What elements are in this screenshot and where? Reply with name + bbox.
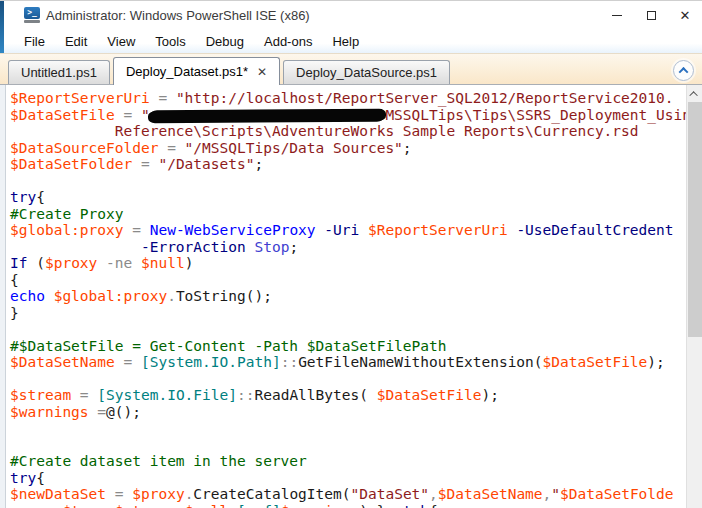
maximize-icon — [647, 11, 656, 20]
close-button[interactable]: ✕ — [668, 1, 702, 29]
menu-add-ons[interactable]: Add-ons — [254, 34, 322, 49]
code-line: $DataSourceFolder = "/MSSQLTips/Data Sou… — [10, 140, 686, 157]
tab-deploy-dataset[interactable]: Deploy_Dataset.ps1* ✕ — [113, 57, 280, 85]
code-line: #Create Proxy — [10, 206, 686, 223]
code-line: If ($proxy -ne $null) — [10, 255, 686, 272]
minimize-icon — [612, 15, 622, 16]
tab-label: Deploy_DataSource.ps1 — [296, 65, 437, 80]
code-line: $stream = [System.IO.File]::ReadAllBytes… — [10, 387, 686, 404]
script-tab-strip: Untitled1.ps1 Deploy_Dataset.ps1* ✕ Depl… — [0, 53, 702, 85]
code-line: try{ — [10, 470, 686, 487]
scrollbar-thumb[interactable] — [688, 102, 702, 337]
code-line: echo $global:proxy.ToString(); — [10, 288, 686, 305]
code-line — [10, 420, 686, 437]
redacted-path-scribble — [150, 108, 386, 122]
tab-deploy-datasource[interactable]: Deploy_DataSource.ps1 — [283, 60, 450, 84]
powershell-ise-window: >_ Administrator: Windows PowerShell ISE… — [0, 0, 702, 508]
code-line — [10, 173, 686, 190]
code-line: $DataSetFile = "MSSQLTips\Tips\SSRS_Depl… — [10, 107, 686, 124]
title-bar[interactable]: >_ Administrator: Windows PowerShell ISE… — [0, 1, 702, 29]
code-line: $ReportServerUri = "http://localhost/Rep… — [10, 90, 686, 107]
code-line: $newDataSet = $proxy.CreateCatalogItem("… — [10, 486, 686, 503]
code-line: $true,$stream,$null,[ref]$warnings);}cat… — [10, 503, 686, 508]
tab-untitled1[interactable]: Untitled1.ps1 — [8, 60, 110, 84]
code-line: } — [10, 305, 686, 322]
menu-bar: File Edit View Tools Debug Add-ons Help — [0, 29, 702, 53]
code-line: try{ — [10, 189, 686, 206]
close-icon: ✕ — [680, 9, 691, 22]
code-line: Reference\Scripts\AdventureWorks Sample … — [10, 123, 686, 140]
menu-tools[interactable]: Tools — [145, 34, 195, 49]
minimize-button[interactable] — [600, 1, 634, 29]
menu-file[interactable]: File — [14, 34, 55, 49]
menu-edit[interactable]: Edit — [55, 34, 97, 49]
scroll-up-button[interactable] — [687, 85, 702, 102]
code-line: #$DataSetFile = Get-Content -Path $DataS… — [10, 338, 686, 355]
vertical-scrollbar[interactable] — [686, 85, 702, 508]
tab-close-icon[interactable]: ✕ — [257, 65, 267, 79]
code-line — [10, 321, 686, 338]
code-line — [10, 437, 686, 454]
script-editor-pane[interactable]: $ReportServerUri = "http://localhost/Rep… — [0, 85, 686, 508]
code-line: #Create dataset item in the server — [10, 453, 686, 470]
menu-help[interactable]: Help — [322, 34, 369, 49]
code-line: { — [10, 272, 686, 289]
powershell-ise-icon: >_ — [24, 7, 40, 23]
code-line: $warnings =@(); — [10, 404, 686, 421]
chevron-up-icon — [679, 67, 689, 77]
window-title: Administrator: Windows PowerShell ISE (x… — [46, 8, 310, 23]
maximize-button[interactable] — [634, 1, 668, 29]
code-line: $DataSetFolder = "/Datasets"; — [10, 156, 686, 173]
code-lines[interactable]: $ReportServerUri = "http://localhost/Rep… — [0, 85, 686, 508]
code-line — [10, 371, 686, 388]
tab-label: Deploy_Dataset.ps1* — [126, 64, 248, 79]
window-controls: ✕ — [600, 1, 702, 29]
window-left-accent — [0, 1, 4, 53]
code-line: $DataSetName = [System.IO.Path]::GetFile… — [10, 354, 686, 371]
chevron-up-icon — [689, 91, 697, 99]
code-line: $global:proxy = New-WebServiceProxy -Uri… — [10, 222, 686, 239]
script-pane-expand-button[interactable] — [673, 60, 694, 81]
tab-label: Untitled1.ps1 — [21, 65, 97, 80]
menu-view[interactable]: View — [97, 34, 145, 49]
editor-selection-margin — [0, 85, 6, 508]
menu-debug[interactable]: Debug — [196, 34, 254, 49]
code-line: -ErrorAction Stop; — [10, 239, 686, 256]
